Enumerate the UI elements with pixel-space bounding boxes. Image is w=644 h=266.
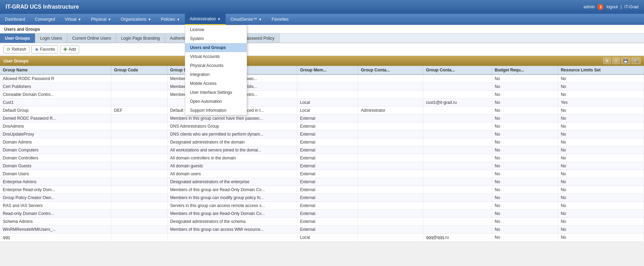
table-row[interactable]: Domain ControllersAll domain controllers… bbox=[0, 154, 644, 162]
table-row[interactable]: Read-only Domain Contro...Members of thi… bbox=[0, 210, 644, 218]
table-cell-7: No bbox=[558, 138, 644, 146]
table-cell-5 bbox=[423, 83, 492, 91]
export-icon-btn[interactable]: 💾 bbox=[621, 58, 630, 64]
chevron-down-icon: ▼ bbox=[78, 18, 81, 21]
logout-link[interactable]: logout bbox=[606, 4, 618, 9]
add-button[interactable]: ✚ Add bbox=[60, 45, 79, 53]
table-cell-7: No bbox=[558, 218, 644, 226]
col-header-1: Group Code bbox=[111, 66, 167, 75]
table-cell-7: No bbox=[558, 226, 644, 234]
nav-cloudsense[interactable]: CloudSense™ ▼ bbox=[226, 14, 267, 25]
filter-icon-btn[interactable]: 🔍 bbox=[632, 58, 641, 64]
table-body: Allowed RODC Password RMembers in this g… bbox=[0, 75, 644, 242]
tab-login-page-branding[interactable]: Login Page Branding bbox=[116, 33, 165, 43]
nav-dashboard[interactable]: Dashboard bbox=[0, 14, 30, 25]
table-row[interactable]: Denied RODC Password R...Members in this… bbox=[0, 115, 644, 122]
tab-login-users[interactable]: Login Users bbox=[35, 33, 67, 43]
favorite-button[interactable]: ★ Favorite bbox=[31, 45, 58, 53]
table-cell-6: No bbox=[492, 91, 558, 99]
header-right: admin 3 logout | IT-Grad bbox=[584, 4, 638, 10]
table-cell-1 bbox=[111, 122, 167, 130]
table-cell-2: Designated administrators of the enterpr… bbox=[167, 178, 297, 186]
table-cell-5: qqq@qqq.ru bbox=[423, 234, 492, 242]
table-cell-2: Members of this group are Read-Only Doma… bbox=[167, 186, 297, 194]
table-cell-1 bbox=[111, 115, 167, 122]
nav-administration[interactable]: Administration ▼ LicenseSystemUsers and … bbox=[185, 14, 226, 25]
table-row[interactable]: WinRMRemoteWMIUsers_...Members of this g… bbox=[0, 226, 644, 234]
col-header-4: Group Conta... bbox=[358, 66, 423, 75]
refresh-icon: ⟳ bbox=[7, 47, 11, 52]
table-row[interactable]: Enterprise Read-only Dom...Members of th… bbox=[0, 186, 644, 194]
table-cell-3: External bbox=[297, 130, 358, 138]
dropdown-item-system[interactable]: System bbox=[185, 34, 247, 43]
table-cell-0: Cert Publishers bbox=[0, 83, 111, 91]
table-row[interactable]: DnsUpdateProxyDNS clients who are permit… bbox=[0, 130, 644, 138]
nav-physical[interactable]: Physical ▼ bbox=[86, 14, 116, 25]
table-cell-7: No bbox=[558, 75, 644, 83]
table-cell-6: No bbox=[492, 122, 558, 130]
table-cell-6: No bbox=[492, 154, 558, 162]
table-row[interactable]: Domain GuestsAll domain guestsExternalNo… bbox=[0, 162, 644, 170]
dropdown-item-support-information[interactable]: Support Information bbox=[185, 106, 247, 115]
dropdown-item-integration[interactable]: Integration bbox=[185, 70, 247, 79]
section-header-icons: ⚙ ☷ 💾 🔍 bbox=[603, 58, 641, 64]
table-row[interactable]: RAS and IAS ServersServers in this group… bbox=[0, 202, 644, 210]
refresh-button[interactable]: ⟳ Refresh bbox=[3, 45, 29, 53]
dropdown-item-users-and-groups[interactable]: Users and Groups bbox=[185, 43, 247, 52]
table-cell-3: External bbox=[297, 210, 358, 218]
table-cell-7: No bbox=[558, 146, 644, 154]
table-cell-2: All domain guests bbox=[167, 162, 297, 170]
table-row[interactable]: Domain UsersAll domain usersExternalNoNo bbox=[0, 170, 644, 178]
nav-favorites[interactable]: Favorites bbox=[267, 14, 293, 25]
table-cell-3: External bbox=[297, 162, 358, 170]
nav-policies[interactable]: Policies ▼ bbox=[156, 14, 185, 25]
table-cell-5 bbox=[423, 107, 492, 115]
tenant-link[interactable]: IT-Grad bbox=[624, 4, 638, 9]
nav-virtual[interactable]: Virtual ▼ bbox=[60, 14, 86, 25]
nav-organizations[interactable]: Organizations ▼ bbox=[116, 14, 156, 25]
tab-bar: User GroupsLogin UsersCurrent Online Use… bbox=[0, 33, 644, 43]
table-row[interactable]: Cust1Localcust1@it-grad.ruNoYes bbox=[0, 99, 644, 107]
table-cell-3: External bbox=[297, 154, 358, 162]
table-row[interactable]: Schema AdminsDesignated administrators o… bbox=[0, 218, 644, 226]
dropdown-item-mobile-access[interactable]: Mobile Access bbox=[185, 79, 247, 88]
chevron-down-icon: ▼ bbox=[177, 18, 180, 21]
table-row[interactable]: Cloneable Domain Contro...Members of thi… bbox=[0, 91, 644, 99]
table-row[interactable]: Group Policy Creator Own...Members in th… bbox=[0, 194, 644, 202]
table-row[interactable]: Default GroupDEFDefault Group. All disco… bbox=[0, 107, 644, 115]
table-cell-1 bbox=[111, 99, 167, 107]
dropdown-item-user-interface-settings[interactable]: User Interface Settings bbox=[185, 88, 247, 97]
tab-current-online-users[interactable]: Current Online Users bbox=[67, 33, 116, 43]
dropdown-item-open-automation[interactable]: Open Automation bbox=[185, 97, 247, 106]
settings-icon-btn[interactable]: ⚙ bbox=[603, 58, 611, 64]
table-row[interactable]: Domain ComputersAll workstations and ser… bbox=[0, 146, 644, 154]
table-cell-4 bbox=[358, 234, 423, 242]
table-cell-4 bbox=[358, 138, 423, 146]
table-row[interactable]: Domain AdminsDesignated administrators o… bbox=[0, 138, 644, 146]
table-row[interactable]: Enterprise AdminsDesignated administrato… bbox=[0, 178, 644, 186]
nav-converged[interactable]: Converged bbox=[30, 14, 60, 25]
notification-badge: 3 bbox=[597, 4, 604, 10]
table-cell-5 bbox=[423, 218, 492, 226]
table-row[interactable]: qqqLocalqqq@qqq.ruNoNo bbox=[0, 234, 644, 242]
page-title: Users and Groups bbox=[0, 25, 644, 33]
table-cell-4 bbox=[358, 75, 423, 83]
table-cell-1: DEF bbox=[111, 107, 167, 115]
administration-dropdown: LicenseSystemUsers and GroupsVirtual Acc… bbox=[185, 25, 247, 115]
table-row[interactable]: Cert PublishersMembers of this group are… bbox=[0, 83, 644, 91]
columns-icon-btn[interactable]: ☷ bbox=[612, 58, 620, 64]
dropdown-item-physical-accounts[interactable]: Physical Accounts bbox=[185, 61, 247, 70]
table-cell-2: DNS clients who are permitted to perform… bbox=[167, 130, 297, 138]
table-cell-4 bbox=[358, 178, 423, 186]
dropdown-item-virtual-accounts[interactable]: Virtual Accounts bbox=[185, 52, 247, 61]
table-row[interactable]: Allowed RODC Password RMembers in this g… bbox=[0, 75, 644, 83]
table-cell-7: No bbox=[558, 178, 644, 186]
table-cell-7: No bbox=[558, 202, 644, 210]
table-cell-2: Designated administrators of the domain bbox=[167, 138, 297, 146]
table-row[interactable]: DnsAdminsDNS Administrators GroupExterna… bbox=[0, 122, 644, 130]
table-cell-0: Schema Admins bbox=[0, 218, 111, 226]
tab-user-groups[interactable]: User Groups bbox=[0, 33, 35, 43]
dropdown-item-license[interactable]: License bbox=[185, 25, 247, 34]
table-cell-5 bbox=[423, 178, 492, 186]
table-cell-5 bbox=[423, 194, 492, 202]
